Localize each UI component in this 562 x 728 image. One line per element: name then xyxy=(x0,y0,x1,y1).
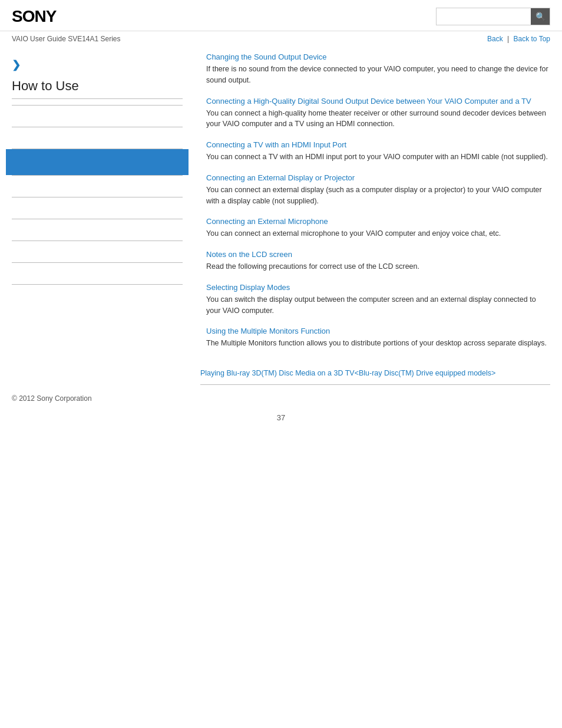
link-multiple-monitors[interactable]: Using the Multiple Monitors Function xyxy=(206,327,550,335)
page-header: SONY 🔍 xyxy=(0,0,562,31)
sidebar-item-1[interactable] xyxy=(12,106,183,127)
link-connecting-display[interactable]: Connecting an External Display or Projec… xyxy=(206,173,550,182)
link-connecting-hq[interactable]: Connecting a High-Quality Digital Sound … xyxy=(206,97,550,106)
breadcrumb-arrow[interactable]: ❯ xyxy=(12,58,183,71)
desc-lcd-notes: Read the following precautions for corre… xyxy=(206,261,550,272)
back-link[interactable]: Back xyxy=(487,35,503,43)
sidebar-item-4[interactable] xyxy=(12,176,183,197)
sidebar-items-list xyxy=(12,105,183,285)
link-changing-sound[interactable]: Changing the Sound Output Device xyxy=(206,52,550,61)
content-section-8: Using the Multiple Monitors Function The… xyxy=(206,327,550,349)
link-lcd-notes[interactable]: Notes on the LCD screen xyxy=(206,250,550,259)
desc-multiple-monitors: The Multiple Monitors function allows yo… xyxy=(206,338,550,349)
link-connecting-mic[interactable]: Connecting an External Microphone xyxy=(206,217,550,226)
sidebar: ❯ How to Use xyxy=(12,52,194,360)
content-section-1: Changing the Sound Output Device If ther… xyxy=(206,52,550,86)
desc-connecting-display: You can connect an external display (suc… xyxy=(206,185,550,207)
search-button[interactable]: 🔍 xyxy=(531,8,550,25)
sidebar-item-2[interactable] xyxy=(12,127,183,149)
desc-display-modes: You can switch the display output betwee… xyxy=(206,294,550,317)
sidebar-item-6[interactable] xyxy=(12,219,183,241)
desc-connecting-hq: You can connect a high-quality home thea… xyxy=(206,108,550,130)
link-connecting-tv[interactable]: Connecting a TV with an HDMI Input Port xyxy=(206,140,550,149)
sidebar-item-8[interactable] xyxy=(12,263,183,284)
desc-changing-sound: If there is no sound from the device con… xyxy=(206,64,550,86)
content-area: Changing the Sound Output Device If ther… xyxy=(194,52,550,360)
content-section-2: Connecting a High-Quality Digital Sound … xyxy=(206,97,550,130)
sony-logo: SONY xyxy=(12,7,56,26)
bottom-nav-link[interactable]: Playing Blu-ray 3D(TM) Disc Media on a 3… xyxy=(200,369,550,377)
content-section-5: Connecting an External Microphone You ca… xyxy=(206,217,550,239)
desc-connecting-mic: You can connect an external microphone t… xyxy=(206,228,550,239)
content-section-6: Notes on the LCD screen Read the followi… xyxy=(206,250,550,272)
bottom-nav-area: Playing Blu-ray 3D(TM) Disc Media on a 3… xyxy=(0,360,562,382)
separator: | xyxy=(507,35,509,43)
sidebar-divider-8 xyxy=(12,284,183,285)
page-number: 37 xyxy=(0,407,562,434)
footer: © 2012 Sony Corporation xyxy=(0,385,562,407)
back-to-top-link[interactable]: Back to Top xyxy=(514,35,550,43)
search-box: 🔍 xyxy=(436,8,550,25)
sidebar-item-3-active[interactable] xyxy=(6,149,189,175)
sidebar-title: How to Use xyxy=(12,78,183,99)
main-layout: ❯ How to Use Changing the Sound Output D… xyxy=(0,52,562,360)
desc-connecting-tv: You can connect a TV with an HDMI input … xyxy=(206,151,550,163)
subheader: VAIO User Guide SVE14A1 Series Back | Ba… xyxy=(0,31,562,47)
link-display-modes[interactable]: Selecting Display Modes xyxy=(206,283,550,292)
nav-links: Back | Back to Top xyxy=(487,35,550,43)
guide-title: VAIO User Guide SVE14A1 Series xyxy=(12,35,121,43)
search-icon: 🔍 xyxy=(535,12,546,21)
search-input[interactable] xyxy=(437,8,531,25)
content-section-4: Connecting an External Display or Projec… xyxy=(206,173,550,207)
copyright: © 2012 Sony Corporation xyxy=(12,394,92,403)
sidebar-item-7[interactable] xyxy=(12,241,183,262)
content-section-7: Selecting Display Modes You can switch t… xyxy=(206,283,550,317)
sidebar-item-5[interactable] xyxy=(12,197,183,219)
content-section-3: Connecting a TV with an HDMI Input Port … xyxy=(206,140,550,163)
